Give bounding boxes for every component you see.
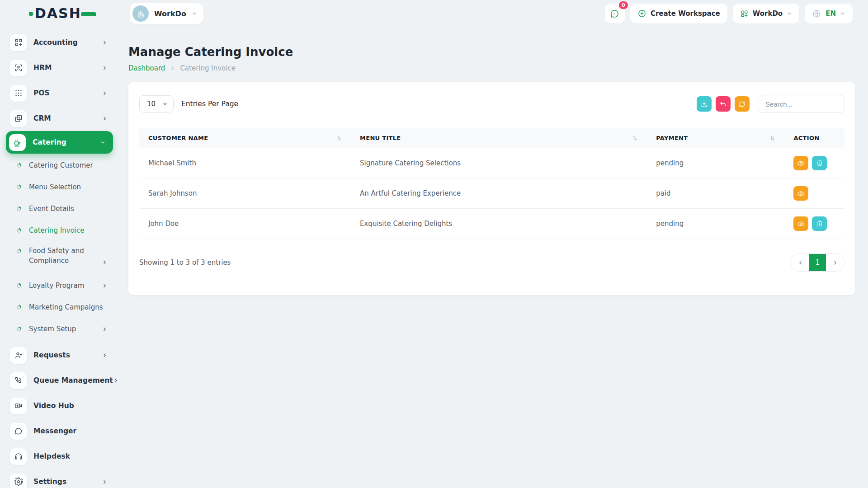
sidebar-item-catering[interactable]: Catering xyxy=(6,131,113,154)
pagination-prev-button[interactable] xyxy=(791,254,809,271)
bullet-icon xyxy=(17,163,21,168)
pagination: 1 xyxy=(791,253,844,272)
topbar-left: DASH xyxy=(0,7,117,20)
message-dots-icon xyxy=(609,9,620,19)
brand-logo[interactable]: DASH xyxy=(29,7,96,20)
sidebar-item-hrm[interactable]: HRM xyxy=(0,55,117,80)
showing-entries-text: Showing 1 to 3 of 3 entries xyxy=(139,258,231,267)
sidebar-subitem-marketing-campaigns[interactable]: Marketing Campaigns xyxy=(0,296,117,318)
row-actions xyxy=(793,186,835,201)
chevron-right-icon xyxy=(102,479,108,485)
phone-call-icon xyxy=(10,372,27,389)
payment-button[interactable]: $ xyxy=(812,156,827,170)
sidebar-item-label: CRM xyxy=(33,114,102,122)
sidebar-item-label: Settings xyxy=(33,478,102,486)
language-selector[interactable]: EN xyxy=(805,4,853,23)
chevron-right-icon xyxy=(102,283,108,289)
sidebar-item-settings[interactable]: Settings xyxy=(0,469,117,488)
table-header-row: CUSTOMER NAME MENU TITLE PAYMENT AC xyxy=(139,128,844,148)
entries-value: 10 xyxy=(147,100,156,108)
sidebar-subitem-menu-selection[interactable]: Menu Selection xyxy=(0,176,117,198)
chevron-right-icon xyxy=(102,259,108,265)
sidebar-item-label: Accounting xyxy=(33,38,102,47)
chevron-down-icon xyxy=(162,101,168,107)
sidebar-item-label: Messenger xyxy=(33,427,108,435)
overlap-squares-icon xyxy=(10,110,27,127)
sidebar-item-queue-management[interactable]: Queue Management xyxy=(0,368,117,393)
workspace-avatar xyxy=(132,5,149,22)
plus-circle-icon xyxy=(637,9,646,18)
logo-dash-icon xyxy=(81,12,96,16)
view-button[interactable] xyxy=(793,186,808,201)
sidebar-subitem-catering-customer[interactable]: Catering Customer xyxy=(0,155,117,176)
workspace-menu-button[interactable]: WorkDo xyxy=(733,4,799,23)
column-header-customer-name[interactable]: CUSTOMER NAME xyxy=(139,128,351,148)
sidebar-subitem-food-safety[interactable]: Food Safety and Compliance xyxy=(0,241,117,272)
chevron-down-icon xyxy=(192,11,197,16)
sidebar-item-messenger[interactable]: Messenger xyxy=(0,418,117,444)
search-input[interactable] xyxy=(758,95,844,113)
chevron-right-icon xyxy=(102,326,108,332)
eye-icon xyxy=(797,190,805,197)
workspace-selector[interactable]: WorkDo xyxy=(130,3,203,24)
sidebar-subitem-event-details[interactable]: Event Details xyxy=(0,198,117,220)
sidebar-subitem-system-setup[interactable]: System Setup xyxy=(0,318,117,340)
row-actions: $ xyxy=(793,156,835,170)
view-button[interactable] xyxy=(793,156,808,170)
sidebar-item-requests[interactable]: Requests xyxy=(0,343,117,368)
column-header-payment[interactable]: PAYMENT xyxy=(647,128,784,148)
topbar: DASH WorkDo 0 Create Workspace WorkDo xyxy=(0,0,868,27)
chevron-right-icon xyxy=(102,352,108,358)
workspace-menu-label: WorkDo xyxy=(753,9,783,18)
grid-plus-icon xyxy=(740,9,749,18)
brand-name: DASH xyxy=(35,7,81,20)
sidebar-item-crm[interactable]: CRM xyxy=(0,106,117,131)
payment-button[interactable]: $ xyxy=(812,216,827,231)
sidebar-item-helpdesk[interactable]: Helpdesk xyxy=(0,444,117,469)
undo-button[interactable] xyxy=(716,96,731,112)
bullet-icon xyxy=(17,305,21,310)
row-actions: $ xyxy=(793,216,835,231)
download-icon xyxy=(700,100,708,108)
sidebar-subitem-catering-invoice[interactable]: Catering Invoice xyxy=(0,220,117,241)
table-row: Sarah Johnson An Artful Catering Experie… xyxy=(139,178,844,209)
eye-icon xyxy=(797,160,805,167)
logo-dot-icon xyxy=(29,12,33,16)
sort-icon xyxy=(769,136,775,141)
cell-menu-title: Signature Catering Selections xyxy=(351,148,647,178)
sidebar-item-label: Requests xyxy=(33,351,102,359)
eye-icon xyxy=(797,220,805,228)
sidebar-item-accounting[interactable]: Accounting xyxy=(0,30,117,55)
sidebar-item-label: HRM xyxy=(33,64,102,72)
sidebar-item-pos[interactable]: POS xyxy=(0,80,117,106)
bullet-icon xyxy=(17,228,21,233)
entries-per-page-select[interactable]: 10 xyxy=(139,95,174,113)
sidebar-subitem-loyalty-program[interactable]: Loyalty Program xyxy=(0,275,117,296)
gear-icon xyxy=(10,474,27,488)
sidebar-item-video-hub[interactable]: Video Hub xyxy=(0,393,117,418)
export-button[interactable] xyxy=(697,96,712,112)
bullet-icon xyxy=(17,327,21,331)
cell-customer-name: Michael Smith xyxy=(139,148,351,178)
notification-badge: 0 xyxy=(618,0,629,10)
invoice-table: CUSTOMER NAME MENU TITLE PAYMENT AC xyxy=(139,128,844,239)
dots-grid-icon xyxy=(10,85,27,102)
pagination-current-page[interactable]: 1 xyxy=(809,254,826,271)
cell-menu-title: An Artful Catering Experience xyxy=(351,178,647,209)
chevron-down-icon xyxy=(787,11,792,16)
globe-icon xyxy=(812,9,821,19)
pagination-next-button[interactable] xyxy=(826,254,844,271)
chevron-right-icon xyxy=(832,260,838,266)
bullet-icon xyxy=(17,206,21,211)
messages-button[interactable]: 0 xyxy=(605,4,625,23)
create-workspace-button[interactable]: Create Workspace xyxy=(630,4,727,23)
sort-icon xyxy=(632,136,638,141)
sidebar-item-label: Helpdesk xyxy=(33,452,108,460)
headphones-icon xyxy=(10,448,27,465)
column-header-menu-title[interactable]: MENU TITLE xyxy=(351,128,647,148)
table-toolbar: 10 Entries Per Page xyxy=(139,95,844,113)
coffee-cup-icon xyxy=(9,134,26,151)
view-button[interactable] xyxy=(793,216,808,231)
refresh-button[interactable] xyxy=(735,96,750,112)
breadcrumb-dashboard-link[interactable]: Dashboard xyxy=(128,64,165,72)
